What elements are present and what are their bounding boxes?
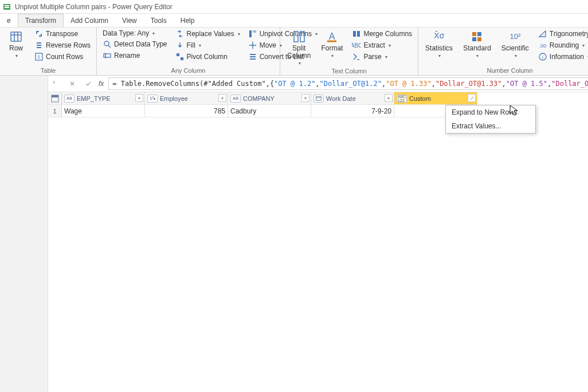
parse-button[interactable]: Parse ▾	[350, 52, 414, 62]
ribbon-group-textcol: Split Column ▾ A Format ▾ Merge Columns …	[280, 28, 418, 75]
svg-rect-14	[181, 57, 183, 60]
menu-tools[interactable]: Tools	[144, 14, 174, 27]
work-area: ‹ fx = Table.RemoveColumns(#"Added Custo…	[0, 76, 588, 392]
col-header-emp-type[interactable]: AB EMP_TYPE ▾	[62, 92, 145, 105]
svg-point-9	[104, 41, 109, 46]
extract-button[interactable]: ABC Extract ▾	[350, 40, 414, 50]
menu-add-column[interactable]: Add Column	[64, 14, 115, 27]
filter-icon[interactable]: ▾	[218, 94, 226, 102]
format-icon: A	[325, 30, 339, 44]
ribbon-group-anycol: Data Type: Any ▾ Detect Data Type Rename…	[97, 28, 280, 75]
reverse-rows-button[interactable]: Reverse Rows	[32, 40, 93, 50]
formula-s6: "Dollar_OT@1.5"	[551, 80, 588, 88]
detect-data-type-button[interactable]: Detect Data Type	[100, 39, 170, 49]
col-header-company[interactable]: AB COMPANY ▾	[228, 92, 311, 105]
rounding-label: Rounding	[550, 41, 579, 49]
svg-rect-1	[5, 5, 9, 6]
use-first-row-button[interactable]: Row ▾	[3, 29, 29, 60]
data-type-button[interactable]: Data Type: Any ▾	[100, 29, 170, 38]
formula-s3: "OT @ 1.33"	[386, 80, 431, 88]
chevron-down-icon: ▾	[199, 43, 201, 48]
menu-help[interactable]: Help	[174, 14, 202, 27]
window-title: Unpivot Multiple Column pairs - Power Qu…	[15, 3, 173, 11]
svg-text:.00: .00	[539, 43, 547, 49]
rounding-button[interactable]: .00 Rounding ▾	[536, 40, 588, 50]
expand-to-new-rows-item[interactable]: Expand to New Rows	[446, 105, 535, 119]
format-button[interactable]: A Format ▾	[317, 29, 346, 60]
type-text-icon: AB	[64, 95, 75, 103]
chevron-down-icon: ▾	[385, 54, 387, 60]
title-bar: Unpivot Multiple Column pairs - Power Qu…	[0, 0, 588, 14]
cell-company[interactable]: Cadbury	[228, 105, 311, 117]
fill-button[interactable]: Fill ▾	[173, 40, 242, 50]
fill-label: Fill	[187, 41, 195, 49]
reverse-icon	[34, 41, 44, 50]
expand-icon[interactable]: ⤢	[468, 94, 476, 102]
row-number[interactable]: 1	[48, 105, 62, 117]
count-rows-button[interactable]: Σ Count Rows	[32, 52, 93, 62]
standard-button[interactable]: Standard ▾	[460, 29, 495, 60]
group-table-label: Table	[3, 66, 93, 75]
scientific-button[interactable]: 10² Scientific ▾	[498, 29, 532, 60]
merge-label: Merge Columns	[363, 30, 412, 38]
expand-context-menu: Expand to New Rows Extract Values...	[445, 105, 536, 134]
trig-icon	[538, 29, 547, 38]
trigonometry-button[interactable]: Trigonometry ▾	[536, 29, 588, 39]
col-label: Custom	[409, 95, 431, 102]
formula-bar[interactable]: = Table.RemoveColumns(#"Added Custom",{ …	[108, 77, 588, 90]
standard-label: Standard	[463, 45, 491, 52]
statistics-button[interactable]: X̄σ Statistics ▾	[422, 29, 456, 60]
select-all-corner[interactable]	[48, 92, 62, 105]
ribbon-group-table: Row ▾ Transpose Reverse Rows Σ Count Row…	[0, 28, 97, 75]
filter-icon[interactable]: ▾	[135, 94, 143, 102]
col-label: EMP_TYPE	[77, 95, 111, 102]
svg-rect-30	[472, 37, 476, 41]
cell-emp-type[interactable]: Wage	[62, 105, 145, 117]
replace-values-button[interactable]: Replace Values ▾	[173, 29, 242, 39]
fx-icon[interactable]: fx	[99, 80, 104, 88]
unpivot-icon	[248, 29, 257, 38]
svg-text:X̄σ: X̄σ	[434, 31, 445, 40]
svg-rect-3	[11, 32, 21, 41]
ribbon: Row ▾ Transpose Reverse Rows Σ Count Row…	[0, 28, 588, 76]
formula-s5: "OT @ 1.5"	[506, 80, 547, 88]
chevron-down-icon: ▾	[15, 53, 18, 58]
svg-text:i: i	[542, 54, 543, 60]
col-label: Employee	[160, 95, 188, 102]
pivot-column-button[interactable]: Pivot Column	[173, 52, 242, 62]
count-icon: Σ	[34, 52, 44, 61]
cell-work-date[interactable]: 7-9-20	[311, 105, 394, 117]
list-icon	[248, 52, 257, 61]
cell-employee[interactable]: 785	[145, 105, 228, 117]
svg-rect-29	[477, 32, 481, 36]
transpose-button[interactable]: Transpose	[32, 29, 93, 39]
col-header-employee[interactable]: 1²₃ Employee ▾	[145, 92, 228, 105]
col-header-custom[interactable]: ABC123 Custom ⤢	[394, 92, 477, 105]
rename-button[interactable]: Rename	[100, 50, 170, 61]
col-label: Work Date	[326, 95, 356, 102]
chevron-down-icon: ▾	[476, 53, 479, 58]
filter-icon[interactable]: ▾	[301, 94, 309, 102]
type-number-icon: 1²₃	[147, 95, 158, 103]
merge-icon	[352, 29, 361, 38]
col-header-work-date[interactable]: Work Date ▾	[311, 92, 394, 105]
svg-rect-31	[477, 37, 481, 41]
extract-values-item[interactable]: Extract Values...	[446, 119, 535, 133]
formula-cancel-button[interactable]	[66, 78, 78, 89]
formula-accept-button[interactable]	[83, 78, 94, 89]
svg-rect-13	[177, 53, 179, 56]
menu-view[interactable]: View	[115, 14, 144, 27]
menu-transform[interactable]: Transform	[18, 14, 64, 27]
information-button[interactable]: i Information ▾	[536, 52, 588, 62]
chevron-down-icon: ▾	[438, 53, 441, 58]
svg-rect-11	[104, 54, 111, 57]
collapse-handle[interactable]: ‹	[53, 78, 55, 86]
transpose-icon	[34, 29, 44, 38]
filter-icon[interactable]: ▾	[385, 94, 393, 102]
split-column-button[interactable]: Split Column ▾	[284, 29, 314, 67]
extract-label: Extract	[363, 41, 385, 49]
merge-columns-button[interactable]: Merge Columns	[350, 29, 414, 39]
menu-home[interactable]: e	[0, 14, 18, 27]
transpose-label: Transpose	[46, 30, 78, 38]
trig-label: Trigonometry	[550, 30, 588, 38]
